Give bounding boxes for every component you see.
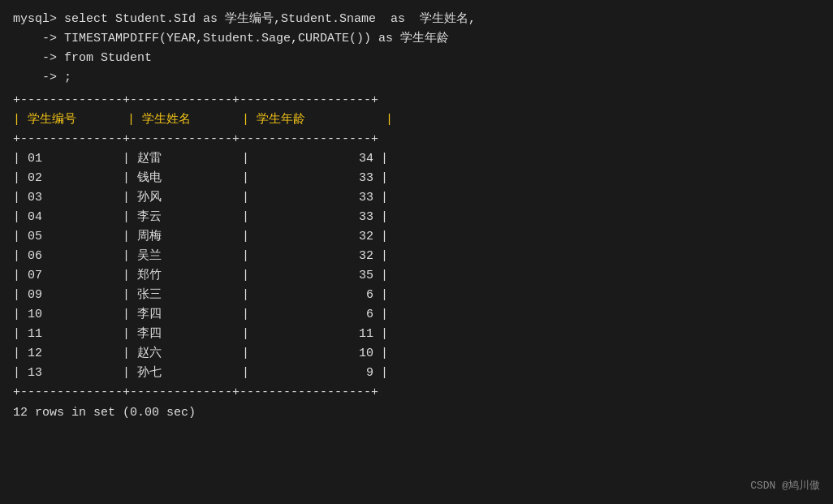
- terminal-window: mysql> select Student.SId as 学生编号,Studen…: [13, 10, 820, 494]
- table-row: | 07 | 郑竹 | 35 |: [13, 266, 820, 286]
- table-row: | 11 | 李四 | 11 |: [13, 325, 820, 344]
- table-row: | 12 | 赵六 | 10 |: [13, 344, 820, 364]
- table-row: | 04 | 李云 | 33 |: [13, 208, 820, 227]
- prompt-line1: mysql> select Student.SId as 学生编号,Studen…: [13, 10, 820, 29]
- table-row: | 02 | 钱电 | 33 |: [13, 169, 820, 188]
- sql-prompt: mysql> select Student.SId as 学生编号,Studen…: [13, 10, 820, 88]
- table-row: | 13 | 孙七 | 9 |: [13, 364, 820, 383]
- prompt-line2: -> TIMESTAMPDIFF(YEAR,Student.Sage,CURDA…: [13, 29, 820, 49]
- table-row: | 09 | 张三 | 6 |: [13, 286, 820, 305]
- table-bottom-border: +--------------+--------------+---------…: [13, 383, 820, 403]
- table-header-border: +--------------+--------------+---------…: [13, 130, 820, 149]
- table-body: | 01 | 赵雷 | 34 || 02 | 钱电 | 33 || 03 | 孙…: [13, 149, 820, 383]
- prompt-line4: -> ;: [13, 68, 820, 88]
- prompt-line3: -> from Student: [13, 49, 820, 68]
- result-info: 12 rows in set (0.00 sec): [13, 406, 820, 420]
- table-row: | 01 | 赵雷 | 34 |: [13, 149, 820, 169]
- table-row: | 05 | 周梅 | 32 |: [13, 227, 820, 247]
- table-row: | 06 | 吴兰 | 32 |: [13, 247, 820, 266]
- table-top-border: +--------------+--------------+---------…: [13, 91, 820, 110]
- table-row: | 03 | 孙风 | 33 |: [13, 188, 820, 208]
- table-row: | 10 | 李四 | 6 |: [13, 305, 820, 325]
- watermark: CSDN @鸠川傲: [750, 478, 820, 493]
- table-header: | 学生编号 | 学生姓名 | 学生年龄 |: [13, 110, 820, 130]
